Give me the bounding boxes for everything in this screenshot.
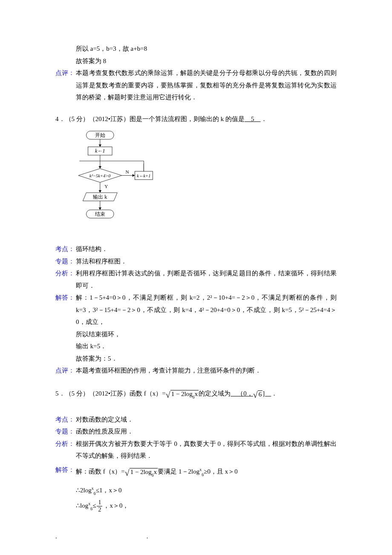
flow-init: k←1 bbox=[95, 148, 105, 154]
dianping-label: 点评： bbox=[55, 364, 76, 377]
q3-review-row: 点评： 本题考查复数代数形式的乘除运算，解题的关键是分子分母都乘以分母的共轭，复… bbox=[55, 67, 337, 104]
flow-update: k←k+1 bbox=[137, 173, 150, 178]
fenxi-label: 分析： bbox=[55, 267, 76, 292]
zhuanti-label: 专题： bbox=[55, 425, 76, 438]
q4-jie3: 输出 k=5． bbox=[55, 340, 337, 353]
q4-jie4: 故答案为：5． bbox=[55, 353, 337, 365]
flow-y: Y bbox=[104, 184, 108, 189]
zhuanti-label: 专题： bbox=[55, 255, 76, 268]
flowchart: 开始 k←1 k²−5k+4>0 N k←k+1 bbox=[64, 129, 153, 229]
fenxi-label: 分析： bbox=[55, 438, 76, 462]
q4-dianping: 点评： 本题考查循环框图的作用，考查计算能力，注意循环条件的判断． bbox=[55, 364, 337, 377]
svg-marker-21 bbox=[99, 208, 101, 210]
flow-output: 输出 k bbox=[93, 194, 107, 200]
q5-stem: 5．（5 分）（2012•江苏）函数 f（x）=√1 − 2log6x的定义域为… bbox=[55, 386, 337, 402]
kaodian-label: 考点： bbox=[55, 243, 76, 255]
q4-fenxi: 分析： 利用程序框图计算表达式的值，判断是否循环，达到满足题目的条件，结束循环，… bbox=[55, 267, 337, 292]
flow-cond: k²−5k+4>0 bbox=[89, 173, 111, 178]
fraction-half: 12 bbox=[97, 500, 102, 513]
q5-jie3: ∴logx6≤12，x＞0， bbox=[55, 498, 337, 513]
q4-jie2: 所以结束循环， bbox=[55, 328, 337, 341]
footer-dots: . . bbox=[55, 530, 337, 543]
q5-jieda: 解答： 解：函数 f（x）=√1 − 2log6x要满足 1－2logx6≥0，… bbox=[55, 462, 337, 483]
kaodian-label: 考点： bbox=[55, 413, 76, 426]
q5-zhuanti: 专题： 函数的性质及应用． bbox=[55, 425, 337, 438]
svg-marker-2 bbox=[99, 145, 101, 147]
q5-fenxi: 分析： 根据开偶次方被开方数要大于等于 0，真数要大于 0，得到不等式组，根据对… bbox=[55, 438, 337, 462]
q4-kaodian: 考点： 循环结构． bbox=[55, 243, 337, 255]
flow-n: N bbox=[126, 169, 129, 174]
q3-review-text: 本题考查复数代数形式的乘除运算，解题的关键是分子分母都乘以分母的共轭，复数的四则… bbox=[76, 67, 337, 104]
svg-marker-18 bbox=[99, 190, 101, 193]
flow-start: 开始 bbox=[95, 132, 105, 138]
flow-end: 结束 bbox=[95, 211, 105, 217]
q4-jieda: 解答： 解：1－5+4=0＞0，不满足判断框，则 k=2，2²－10+4=－2＞… bbox=[55, 292, 337, 328]
q4-zhuanti: 专题： 算法和程序框图． bbox=[55, 255, 337, 268]
q5-answer-blank: （0，√6] bbox=[231, 390, 271, 397]
q4-stem: 4．（5 分）（2012•江苏）图是一个算法流程图，则输出的 k 的值是 5 ． bbox=[55, 113, 337, 125]
q5-kaodian: 考点： 对数函数的定义域． bbox=[55, 413, 337, 426]
q5-jie2: ∴2logx6≤1，x＞0 bbox=[55, 483, 337, 498]
jieda-label: 解答： bbox=[55, 292, 76, 328]
jieda-label: 解答： bbox=[55, 462, 76, 483]
sqrt-expr: √1 − 2log6x bbox=[166, 386, 199, 402]
q3-solve-line2: 故答案为 8 bbox=[55, 55, 337, 67]
q3-solve-line1: 所以 a=5，b=3，故 a+b=8 bbox=[55, 43, 337, 55]
svg-marker-7 bbox=[99, 166, 101, 169]
review-label: 点评： bbox=[55, 67, 76, 104]
q4-answer-blank: 5 bbox=[245, 116, 261, 122]
svg-marker-10 bbox=[133, 174, 135, 176]
